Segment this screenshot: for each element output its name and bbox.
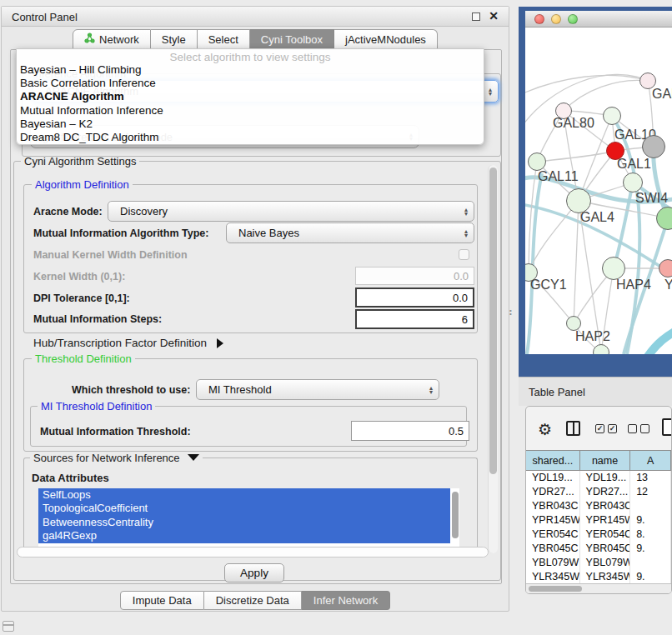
bottom-tab-impute-data[interactable]: Impute Data: [120, 591, 204, 610]
attribute-item-betweennesscentrality[interactable]: BetweennessCentrality: [38, 516, 450, 529]
algorithm-option-mutual-information-inference[interactable]: Mutual Information Inference: [17, 104, 484, 118]
minimized-panel-icon[interactable]: [3, 621, 14, 632]
column-browser-icon[interactable]: [566, 421, 580, 436]
table-toolbar: ⚙ ✓ ✓: [526, 407, 671, 450]
algorithm-option-dream8-dc-tdc-algorithm[interactable]: Dream8 DC_TDC Algorithm: [17, 131, 484, 144]
mi-algorithm-type-label: Mutual Information Algorithm Type:: [33, 228, 208, 239]
table-row[interactable]: YDL19...YDL19...13: [526, 471, 671, 485]
node-label-y: Y: [664, 278, 672, 292]
network-node-hap4[interactable]: [602, 257, 625, 280]
apply-button[interactable]: Apply: [224, 563, 284, 582]
algorithm-option-bayesian-k2[interactable]: Bayesian – K2: [17, 118, 484, 131]
table-cell: YDL19...: [526, 471, 580, 485]
algorithm-option-bayesian-hill-climbing[interactable]: Bayesian – Hill Climbing: [17, 63, 484, 77]
network-node-gal11[interactable]: [528, 152, 546, 171]
settings-scrollbar-thumb[interactable]: [489, 168, 497, 474]
which-threshold-combo[interactable]: MI Threshold ▴▾: [196, 379, 439, 400]
table-column-header-name[interactable]: name: [580, 451, 631, 470]
mi-threshold-value: 0.5: [449, 425, 464, 438]
table-column-header-shared[interactable]: shared...: [526, 451, 580, 470]
node-label-gal4: GAL4: [580, 210, 614, 225]
control-panel-title: Control Panel: [12, 11, 78, 23]
network-node[interactable]: [642, 135, 665, 158]
close-icon[interactable]: ✕: [489, 9, 499, 22]
algorithm-option-aracne-algorithm[interactable]: ARACNE Algorithm: [17, 90, 484, 103]
close-traffic-light-icon[interactable]: [534, 14, 544, 24]
panel-resize-grip[interactable]: ••: [509, 309, 513, 317]
aracne-mode-combo[interactable]: Discovery ▴▾: [108, 201, 474, 222]
tab-cyni-toolbox[interactable]: Cyni Toolbox: [250, 29, 334, 49]
zoom-traffic-light-icon[interactable]: [568, 14, 578, 24]
table-horizontal-scrollbar[interactable]: [526, 583, 671, 593]
network-canvas[interactable]: GALGAL80GAL10GAL1GAL11SWI4GAL4GCY1HAP4YH…: [525, 28, 672, 354]
table-body: YDL19...YDL19...13YDR27...YDR27...12YBR0…: [526, 471, 671, 585]
tab-label: Select: [208, 33, 238, 46]
table-row[interactable]: YLR345WYLR345W9.: [526, 570, 671, 584]
bottom-tab-infer-network[interactable]: Infer Network: [302, 591, 390, 610]
settings-horizontal-scrollbar[interactable]: [17, 547, 489, 558]
table-row[interactable]: YBL079WYBL079W: [526, 556, 671, 570]
network-node-swi4[interactable]: [623, 172, 643, 192]
table-cell: 9.: [630, 542, 671, 556]
attribute-item-gal4rgexp[interactable]: gal4RGexp: [38, 529, 450, 542]
gear-icon[interactable]: ⚙: [538, 420, 552, 439]
float-window-icon[interactable]: [472, 12, 480, 21]
network-view-window: GALGAL80GAL10GAL1GAL11SWI4GAL4GCY1HAP4YH…: [525, 11, 672, 354]
aracne-mode-value: Discovery: [120, 205, 168, 218]
sources-title: Sources for Network Inference: [33, 452, 180, 464]
network-node-y[interactable]: [659, 259, 672, 278]
attributes-scrollbar-thumb[interactable]: [452, 492, 459, 538]
manual-kernel-checkbox[interactable]: [459, 249, 469, 260]
tab-label: Network: [99, 33, 139, 46]
combo-arrows-icon: ▴▾: [429, 386, 433, 394]
tab-jactivemnodules[interactable]: jActiveMNodules: [334, 29, 438, 49]
table-cell: YBR045C: [580, 542, 631, 556]
tab-label: Cyni Toolbox: [261, 33, 323, 46]
combo-arrows-icon: ▴▾: [464, 208, 468, 216]
unchecked-checkbox-icon[interactable]: [640, 424, 649, 433]
checked-checkbox-icon[interactable]: ✓: [608, 424, 617, 433]
kernel-width-label: Kernel Width (0,1):: [33, 271, 125, 282]
table-cell: YDR27...: [580, 485, 631, 499]
minimize-traffic-light-icon[interactable]: [551, 14, 561, 24]
hub-definition-toggle[interactable]: Hub/Transcription Factor Definition: [33, 337, 223, 349]
algorithm-option-basic-correlation-inference[interactable]: Basic Correlation Inference: [17, 77, 484, 90]
table-cell: YPR145W: [580, 513, 631, 528]
table-row[interactable]: YDR27...YDR27...12: [526, 485, 671, 499]
tab-network[interactable]: Network: [73, 29, 151, 49]
mi-threshold-field[interactable]: 0.5: [351, 421, 469, 441]
mi-steps-field[interactable]: 6: [355, 309, 474, 329]
threshold-definition-label: Threshold Definition: [32, 352, 135, 365]
document-icon[interactable]: [662, 418, 672, 436]
mi-algorithm-type-value: Naive Bayes: [238, 227, 299, 239]
control-panel-titlebar: Control Panel ✕: [2, 7, 509, 27]
table-row[interactable]: YER054CYER054C8.: [526, 528, 671, 542]
settings-scrollbar[interactable]: [488, 165, 498, 553]
attribute-item-topologicalcoefficient[interactable]: TopologicalCoefficient: [38, 502, 450, 515]
aracne-mode-label: Aracne Mode:: [33, 206, 103, 218]
table-panel-title: Table Panel: [529, 386, 585, 398]
data-attributes-list[interactable]: SelfLoopsTopologicalCoefficientBetweenne…: [38, 488, 459, 549]
network-node-gal10[interactable]: [603, 107, 621, 125]
table-horizontal-scrollbar-thumb[interactable]: [529, 586, 582, 592]
tab-select[interactable]: Select: [198, 29, 250, 49]
table-column-header-a[interactable]: A: [630, 451, 671, 470]
table-row[interactable]: YBR043CYBR043C: [526, 499, 671, 513]
manual-kernel-label: Manual Kernel Width Definition: [33, 249, 188, 261]
checked-checkbox-icon[interactable]: ✓: [595, 424, 604, 433]
mi-algorithm-type-combo[interactable]: Naive Bayes ▴▾: [226, 222, 474, 243]
attribute-item-selfloops[interactable]: SelfLoops: [38, 488, 450, 502]
dropdown-placeholder: Select algorithm to view settings: [17, 49, 484, 63]
node-label-gcy1: GCY1: [530, 278, 567, 292]
sources-group-label[interactable]: Sources for Network Inference: [30, 452, 203, 464]
unchecked-checkbox-icon[interactable]: [628, 424, 637, 433]
node-label-gal80: GAL80: [553, 116, 594, 131]
combo-arrows-icon: ▴▾: [464, 229, 468, 238]
tab-style[interactable]: Style: [151, 29, 198, 49]
table-cell: 13: [630, 471, 671, 485]
dpi-tolerance-field[interactable]: 0.0: [355, 288, 474, 308]
bottom-tab-discretize-data[interactable]: Discretize Data: [204, 591, 302, 610]
table-row[interactable]: YPR145WYPR145W9.: [526, 513, 671, 528]
table-row[interactable]: YBR045CYBR045C9.: [526, 542, 671, 556]
kernel-width-field[interactable]: 0.0: [355, 267, 474, 285]
